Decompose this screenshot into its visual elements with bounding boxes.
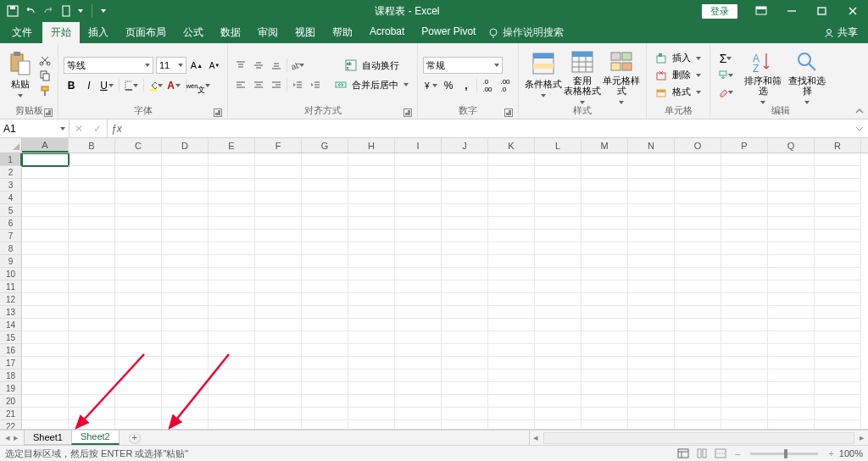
cell[interactable] bbox=[815, 395, 861, 408]
cell[interactable] bbox=[302, 382, 348, 395]
cell[interactable] bbox=[628, 420, 675, 429]
cell[interactable] bbox=[348, 395, 395, 408]
cell[interactable] bbox=[535, 293, 581, 306]
cell[interactable] bbox=[628, 395, 675, 408]
font-dialog-icon[interactable] bbox=[214, 108, 222, 117]
cell[interactable] bbox=[721, 242, 768, 255]
cell[interactable] bbox=[162, 382, 209, 395]
cell[interactable] bbox=[815, 242, 861, 255]
cell[interactable] bbox=[69, 344, 115, 357]
cell[interactable] bbox=[815, 344, 861, 357]
cell[interactable] bbox=[581, 369, 628, 382]
cell[interactable] bbox=[581, 166, 628, 179]
cell[interactable] bbox=[442, 242, 488, 255]
cell[interactable] bbox=[581, 230, 628, 242]
cell[interactable] bbox=[115, 382, 162, 395]
cell[interactable] bbox=[675, 153, 721, 166]
cell[interactable] bbox=[721, 192, 768, 204]
cell[interactable] bbox=[488, 204, 535, 217]
scroll-track[interactable] bbox=[543, 432, 854, 444]
cell[interactable] bbox=[209, 331, 255, 344]
cell[interactable] bbox=[628, 344, 675, 357]
cell[interactable] bbox=[488, 395, 535, 408]
cell[interactable] bbox=[162, 344, 209, 357]
cell[interactable] bbox=[22, 204, 69, 217]
cell[interactable] bbox=[302, 344, 348, 357]
cell[interactable] bbox=[581, 242, 628, 255]
row-header[interactable]: 19 bbox=[0, 382, 22, 395]
cell[interactable] bbox=[255, 268, 302, 280]
cell[interactable] bbox=[209, 319, 255, 331]
col-header[interactable]: B bbox=[69, 138, 115, 153]
cell[interactable] bbox=[768, 331, 815, 344]
conditional-format-button[interactable]: 条件格式 bbox=[524, 47, 563, 103]
cell[interactable] bbox=[628, 268, 675, 280]
cell[interactable] bbox=[255, 408, 302, 420]
cell[interactable] bbox=[535, 306, 581, 319]
cell[interactable] bbox=[675, 344, 721, 357]
col-header[interactable]: L bbox=[535, 138, 581, 153]
cell[interactable] bbox=[442, 395, 488, 408]
cell[interactable] bbox=[488, 242, 535, 255]
cell[interactable] bbox=[209, 230, 255, 242]
scroll-left-icon[interactable]: ◂ bbox=[530, 432, 542, 443]
cell[interactable] bbox=[488, 331, 535, 344]
cell[interactable] bbox=[255, 179, 302, 192]
cell[interactable] bbox=[302, 192, 348, 204]
page-layout-view-button[interactable] bbox=[693, 447, 711, 460]
cell[interactable] bbox=[721, 369, 768, 382]
cell[interactable] bbox=[442, 408, 488, 420]
cell[interactable] bbox=[628, 153, 675, 166]
cell[interactable] bbox=[768, 408, 815, 420]
cell[interactable] bbox=[255, 242, 302, 255]
cell[interactable] bbox=[302, 204, 348, 217]
cell[interactable] bbox=[115, 179, 162, 192]
cell[interactable] bbox=[302, 179, 348, 192]
row-header[interactable]: 3 bbox=[0, 179, 22, 192]
cell[interactable] bbox=[768, 179, 815, 192]
cell[interactable] bbox=[115, 242, 162, 255]
cell[interactable] bbox=[675, 395, 721, 408]
tab-数据[interactable]: 数据 bbox=[212, 22, 249, 43]
cell[interactable] bbox=[581, 153, 628, 166]
qat-more-icon[interactable] bbox=[78, 9, 83, 13]
cell[interactable] bbox=[302, 166, 348, 179]
cell[interactable] bbox=[535, 268, 581, 280]
cell[interactable] bbox=[721, 344, 768, 357]
cell[interactable] bbox=[302, 408, 348, 420]
cell[interactable] bbox=[488, 179, 535, 192]
fill-button[interactable] bbox=[715, 68, 736, 83]
cell[interactable] bbox=[768, 293, 815, 306]
tab-开始[interactable]: 开始 bbox=[42, 22, 80, 43]
cell[interactable] bbox=[721, 408, 768, 420]
cell[interactable] bbox=[348, 153, 395, 166]
cell[interactable] bbox=[395, 357, 442, 369]
cell[interactable] bbox=[768, 192, 815, 204]
cell[interactable] bbox=[162, 306, 209, 319]
number-dialog-icon[interactable] bbox=[504, 108, 513, 117]
normal-view-button[interactable] bbox=[674, 447, 693, 460]
cell[interactable] bbox=[209, 344, 255, 357]
row-header[interactable]: 16 bbox=[0, 344, 22, 357]
cell[interactable] bbox=[721, 306, 768, 319]
sheet-tab-Sheet2[interactable]: Sheet2 bbox=[71, 430, 120, 445]
col-header[interactable]: H bbox=[348, 138, 395, 153]
cell[interactable] bbox=[209, 293, 255, 306]
cell[interactable] bbox=[581, 268, 628, 280]
cell[interactable] bbox=[535, 153, 581, 166]
cell[interactable] bbox=[675, 382, 721, 395]
cell[interactable] bbox=[69, 166, 115, 179]
cell[interactable] bbox=[348, 166, 395, 179]
cell[interactable] bbox=[768, 344, 815, 357]
cell[interactable] bbox=[255, 319, 302, 331]
cell[interactable] bbox=[209, 408, 255, 420]
cell[interactable] bbox=[815, 255, 861, 268]
cell[interactable] bbox=[628, 357, 675, 369]
cell[interactable] bbox=[209, 179, 255, 192]
cell[interactable] bbox=[721, 382, 768, 395]
name-box[interactable] bbox=[0, 119, 70, 137]
cell[interactable] bbox=[395, 255, 442, 268]
cell[interactable] bbox=[581, 319, 628, 331]
row-header[interactable]: 20 bbox=[0, 395, 22, 408]
cell[interactable] bbox=[69, 230, 115, 242]
